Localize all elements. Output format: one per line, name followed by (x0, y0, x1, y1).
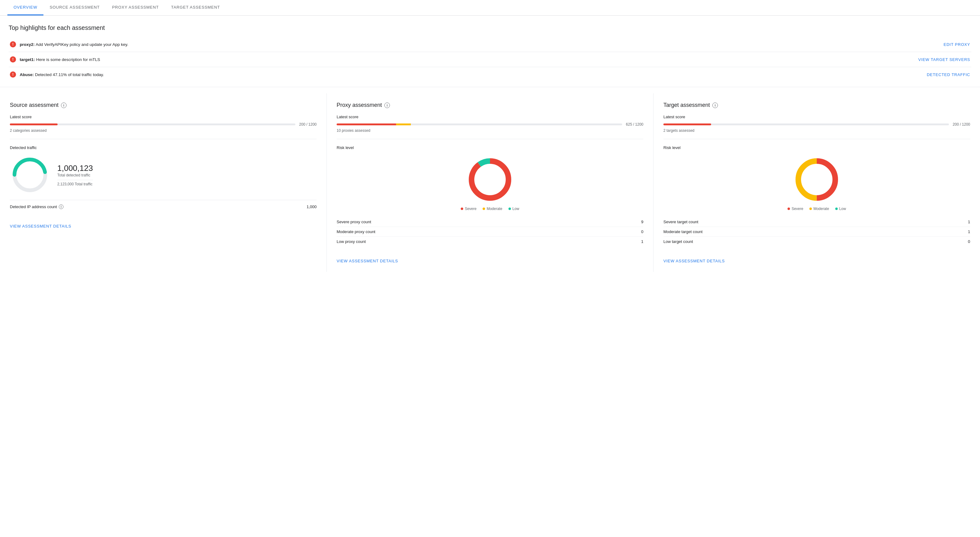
error-icon-target: ! (10, 56, 16, 62)
source-ip-count-row: Detected IP address count i 1,000 (10, 200, 317, 209)
proxy-moderate-row: Moderate proxy count 0 (337, 227, 643, 237)
target-low-dot (835, 208, 838, 210)
proxy-assessment-card: Proxy assessment i Latest score 625 / 12… (327, 93, 654, 272)
highlight-text-target: target1: Here is some description for mT… (20, 57, 100, 62)
source-score-sub: 2 categories assessed (10, 129, 317, 133)
target-score-value: 200 / 1200 (953, 122, 970, 127)
source-traffic-number: 1,000,123 (57, 164, 93, 173)
highlight-row-abuse: ! Abuse: Detected 47.11% of total traffi… (9, 67, 971, 82)
source-ip-value: 1,000 (307, 205, 317, 209)
proxy-score-sub: 10 proxies assessed (337, 129, 643, 133)
proxy-low-dot (509, 208, 511, 210)
target-legend-severe: Severe (788, 207, 803, 211)
target-score-label: Latest score (663, 114, 970, 119)
source-score-track (10, 124, 295, 126)
detected-traffic-link[interactable]: DETECTED TRAFFIC (927, 72, 970, 77)
source-traffic-desc: Total detected traffic (57, 173, 93, 177)
target-severe-row: Severe target count 1 (663, 217, 970, 227)
proxy-legend-low: Low (509, 207, 519, 211)
target-low-row: Low target count 0 (663, 237, 970, 246)
proxy-card-title: Proxy assessment i (337, 102, 643, 108)
ip-info-icon[interactable]: i (59, 205, 64, 209)
tab-source-assessment[interactable]: SOURCE ASSESSMENT (43, 0, 106, 15)
proxy-legend-severe: Severe (461, 207, 476, 211)
source-score-fill (10, 124, 57, 126)
proxy-risk-stats: Severe proxy count 9 Moderate proxy coun… (337, 217, 643, 246)
tab-target-assessment[interactable]: TARGET ASSESSMENT (165, 0, 226, 15)
target-score-sub: 2 targets assessed (663, 129, 970, 133)
target-severe-dot (788, 208, 790, 210)
target-assessment-card: Target assessment i Latest score 200 / 1… (654, 93, 980, 272)
proxy-score-label: Latest score (337, 114, 643, 119)
source-card-title: Source assessment i (10, 102, 317, 108)
proxy-legend-moderate: Moderate (483, 207, 502, 211)
target-card-title: Target assessment i (663, 102, 970, 108)
target-risk-stats: Severe target count 1 Moderate target co… (663, 217, 970, 246)
target-donut-container (663, 155, 970, 204)
source-ip-label: Detected IP address count i (10, 205, 64, 209)
target-score-track (663, 124, 949, 126)
target-legend: Severe Moderate Low (663, 207, 970, 211)
source-score-bar: 200 / 1200 (10, 122, 317, 127)
proxy-score-bar: 625 / 1200 (337, 122, 643, 127)
highlight-left-proxy: ! proxy2: Add VerifyAPIKey policy and up… (10, 41, 128, 48)
highlight-text-abuse: Abuse: Detected 47.11% of total traffic … (20, 72, 104, 77)
tab-overview[interactable]: OVERVIEW (7, 0, 43, 15)
proxy-divider (337, 139, 643, 139)
target-risk-label: Risk level (663, 145, 970, 150)
proxy-score-fill (337, 124, 485, 126)
source-assessment-card: Source assessment i Latest score 200 / 1… (0, 93, 327, 272)
source-info-icon[interactable]: i (61, 103, 67, 108)
edit-proxy-link[interactable]: EDIT PROXY (943, 42, 970, 47)
proxy-score-track (337, 124, 622, 126)
assessment-cards: Source assessment i Latest score 200 / 1… (0, 87, 980, 272)
target-view-details[interactable]: VIEW ASSESSMENT DETAILS (663, 259, 725, 263)
proxy-legend: Severe Moderate Low (337, 207, 643, 211)
proxy-severe-dot (461, 208, 463, 210)
highlights-section: Top highlights for each assessment ! pro… (0, 16, 980, 87)
source-traffic-label: Detected traffic (10, 145, 317, 150)
proxy-severe-row: Severe proxy count 9 (337, 217, 643, 227)
highlight-row-target: ! target1: Here is some description for … (9, 52, 971, 67)
target-moderate-dot (810, 208, 812, 210)
highlights-title: Top highlights for each assessment (9, 24, 971, 32)
source-divider (10, 139, 317, 139)
error-icon-abuse: ! (10, 71, 16, 78)
highlight-left-target: ! target1: Here is some description for … (10, 56, 100, 62)
tabs-bar: OVERVIEW SOURCE ASSESSMENT PROXY ASSESSM… (0, 0, 980, 16)
proxy-info-icon[interactable]: i (384, 103, 390, 108)
proxy-donut-container (337, 155, 643, 204)
target-moderate-row: Moderate target count 1 (663, 227, 970, 237)
proxy-low-row: Low proxy count 1 (337, 237, 643, 246)
target-score-bar: 200 / 1200 (663, 122, 970, 127)
proxy-moderate-dot (483, 208, 485, 210)
source-score-label: Latest score (10, 114, 317, 119)
source-traffic-content: 1,000,123 Total detected traffic 2,123,0… (10, 155, 317, 195)
svg-point-3 (471, 161, 509, 198)
source-total-traffic: 2,123,000 Total traffic (57, 182, 93, 186)
source-donut (10, 155, 50, 195)
highlight-row-proxy: ! proxy2: Add VerifyAPIKey policy and up… (9, 37, 971, 52)
view-target-servers-link[interactable]: VIEW TARGET SERVERS (918, 57, 970, 62)
highlight-text-proxy: proxy2: Add VerifyAPIKey policy and upda… (20, 42, 128, 47)
target-legend-low: Low (835, 207, 846, 211)
target-info-icon[interactable]: i (712, 103, 718, 108)
target-score-fill (663, 124, 711, 126)
target-legend-moderate: Moderate (810, 207, 829, 211)
source-view-details[interactable]: VIEW ASSESSMENT DETAILS (10, 224, 72, 229)
proxy-score-value: 625 / 1200 (626, 122, 643, 127)
source-score-value: 200 / 1200 (299, 122, 317, 127)
tab-proxy-assessment[interactable]: PROXY ASSESSMENT (106, 0, 165, 15)
proxy-risk-label: Risk level (337, 145, 643, 150)
highlight-left-abuse: ! Abuse: Detected 47.11% of total traffi… (10, 71, 104, 78)
source-traffic-stats: 1,000,123 Total detected traffic 2,123,0… (57, 164, 93, 186)
error-icon-proxy: ! (10, 41, 16, 48)
source-traffic-divider (57, 180, 93, 180)
target-divider (663, 139, 970, 139)
proxy-view-details[interactable]: VIEW ASSESSMENT DETAILS (337, 259, 398, 263)
